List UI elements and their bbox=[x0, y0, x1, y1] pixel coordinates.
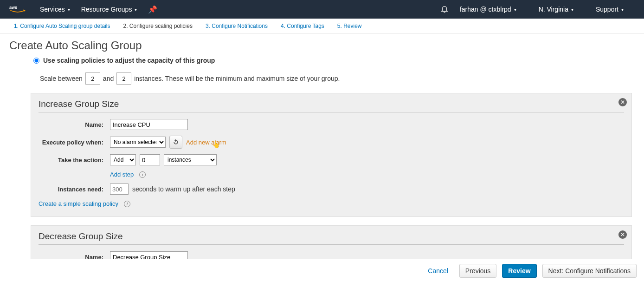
execute-when-row: Execute policy when: No alarm selected A… bbox=[39, 136, 624, 149]
scale-min-input[interactable] bbox=[85, 72, 100, 85]
increase-title: Increase Group Size bbox=[39, 99, 119, 109]
take-action-label: Take the action: bbox=[39, 157, 103, 164]
previous-button[interactable]: Previous bbox=[459, 264, 496, 278]
warmup-input[interactable] bbox=[110, 184, 129, 195]
name-row: Name: bbox=[39, 119, 624, 130]
caret-down-icon: ▾ bbox=[621, 7, 624, 12]
panel-header: Decrease Group Size bbox=[39, 231, 624, 245]
scaling-policies-radio[interactable] bbox=[33, 58, 39, 64]
info-icon[interactable]: i bbox=[139, 171, 146, 178]
page-content: Create Auto Scaling Group Use scaling po… bbox=[0, 33, 644, 259]
review-button[interactable]: Review bbox=[502, 264, 536, 278]
services-label: Services bbox=[40, 6, 65, 13]
region-menu[interactable]: N. Virginia ▾ bbox=[539, 6, 573, 13]
caret-down-icon: ▾ bbox=[571, 7, 573, 12]
wizard-footer: Cancel Previous Review Next: Configure N… bbox=[0, 259, 644, 282]
support-menu[interactable]: Support ▾ bbox=[596, 6, 624, 13]
refresh-alarms-button[interactable] bbox=[169, 136, 182, 149]
support-label: Support bbox=[596, 6, 618, 13]
cancel-button[interactable]: Cancel bbox=[422, 264, 454, 278]
caret-down-icon: ▾ bbox=[514, 7, 516, 12]
step-4[interactable]: 4. Configure Tags bbox=[281, 23, 324, 29]
pin-icon[interactable]: 📌 bbox=[148, 5, 157, 14]
add-step-link[interactable]: Add step bbox=[110, 171, 134, 178]
aws-logo[interactable]: aws bbox=[9, 4, 26, 14]
step-5[interactable]: 5. Review bbox=[337, 23, 362, 29]
add-step-row: Add step i bbox=[39, 171, 624, 178]
action-value-input[interactable] bbox=[140, 154, 160, 165]
policy-name-input[interactable] bbox=[110, 251, 188, 259]
caret-down-icon: ▾ bbox=[68, 7, 70, 12]
notifications-icon[interactable] bbox=[440, 5, 449, 14]
simple-policy-row: Create a simple scaling policy i bbox=[39, 200, 624, 207]
increase-group-panel: ✕ Increase Group Size Name: Execute poli… bbox=[31, 93, 632, 217]
policy-name-input[interactable] bbox=[110, 119, 188, 130]
next-button[interactable]: Next: Configure Notifications bbox=[542, 264, 637, 278]
close-icon[interactable]: ✕ bbox=[618, 98, 627, 106]
cursor-pointer-icon: 👆 bbox=[212, 141, 220, 148]
resource-groups-menu[interactable]: Resource Groups ▾ bbox=[81, 6, 137, 13]
close-icon[interactable]: ✕ bbox=[618, 230, 627, 239]
step-2[interactable]: 2. Configure scaling policies bbox=[123, 23, 192, 29]
action-type-select[interactable]: Add bbox=[110, 154, 136, 165]
info-icon[interactable]: i bbox=[124, 201, 130, 207]
scaling-policies-label: Use scaling policies to adjust the capac… bbox=[43, 57, 215, 64]
execute-when-label: Execute policy when: bbox=[39, 139, 103, 146]
alarm-select[interactable]: No alarm selected bbox=[110, 137, 166, 148]
add-new-alarm-link[interactable]: Add new alarm 👆 bbox=[186, 139, 226, 146]
warmup-row: Instances need: seconds to warm up after… bbox=[39, 184, 624, 195]
scaling-mode-row: Use scaling policies to adjust the capac… bbox=[33, 57, 635, 64]
svg-text:aws: aws bbox=[9, 5, 17, 10]
take-action-row: Take the action: Add instances bbox=[39, 154, 624, 165]
scale-max-input[interactable] bbox=[116, 72, 131, 85]
decrease-title: Decrease Group Size bbox=[39, 231, 123, 242]
panel-header: Increase Group Size bbox=[39, 99, 624, 112]
name-row: Name: bbox=[39, 251, 624, 259]
header-right: farhan @ ctxblrpd ▾ N. Virginia ▾ Suppor… bbox=[440, 5, 635, 14]
scale-prefix: Scale between bbox=[40, 75, 83, 82]
step-1[interactable]: 1. Configure Auto Scaling group details bbox=[14, 23, 110, 29]
warmup-suffix: seconds to warm up after each step bbox=[132, 185, 235, 193]
services-menu[interactable]: Services ▾ bbox=[40, 6, 70, 13]
caret-down-icon: ▾ bbox=[135, 7, 137, 12]
decrease-group-panel: ✕ Decrease Group Size Name: bbox=[31, 225, 632, 259]
refresh-icon bbox=[173, 139, 179, 145]
warmup-label: Instances need: bbox=[39, 186, 103, 193]
action-unit-select[interactable]: instances bbox=[164, 154, 217, 165]
region-label: N. Virginia bbox=[539, 6, 568, 13]
name-label: Name: bbox=[39, 121, 103, 128]
name-label: Name: bbox=[39, 254, 103, 259]
scale-between-row: Scale between and instances. These will … bbox=[40, 72, 635, 85]
wizard-steps: 1. Configure Auto Scaling group details … bbox=[0, 19, 644, 33]
account-label: farhan @ ctxblrpd bbox=[460, 6, 511, 13]
create-simple-policy-link[interactable]: Create a simple scaling policy bbox=[39, 200, 118, 207]
resource-groups-label: Resource Groups bbox=[81, 6, 132, 13]
page-title: Create Auto Scaling Group bbox=[9, 39, 635, 52]
global-header: aws Services ▾ Resource Groups ▾ 📌 farha… bbox=[0, 0, 644, 19]
step-3[interactable]: 3. Configure Notifications bbox=[206, 23, 268, 29]
scale-suffix: instances. These will be the minimum and… bbox=[134, 75, 340, 82]
scale-and: and bbox=[103, 75, 114, 82]
account-menu[interactable]: farhan @ ctxblrpd ▾ bbox=[460, 6, 516, 13]
